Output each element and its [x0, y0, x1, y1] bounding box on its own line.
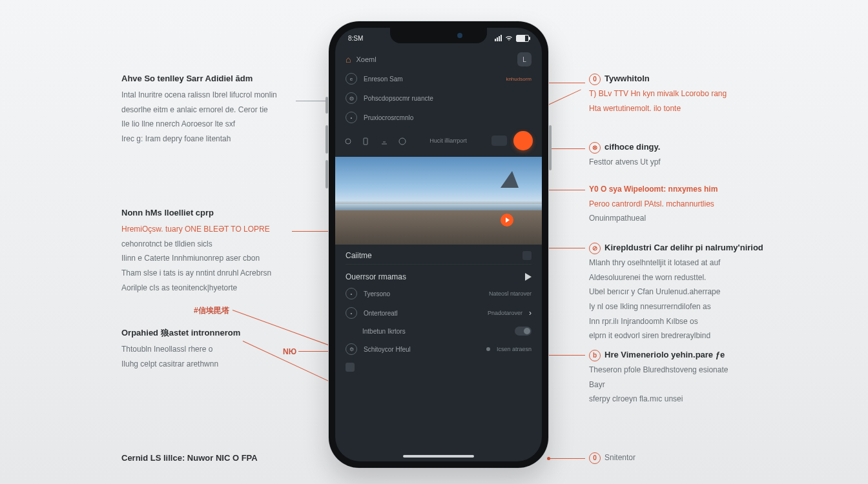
row-label: Enreson Sam — [364, 76, 499, 83]
anno-left-4-title: Cernid LS lillce: Nuwor NIC O FPA — [121, 452, 315, 465]
circle-icon: e — [346, 73, 357, 85]
badge-icon: ⊗ — [589, 142, 601, 154]
svg-point-2 — [399, 138, 406, 145]
row-label: Pohscdopsocmr ruancte — [364, 95, 532, 102]
anno-right-1-title: Tywwhitoln — [604, 74, 650, 83]
anno-left-3-title: Orpahied 狼astet intronnerom — [121, 327, 289, 339]
phone-bezel: 8:SM ⌂ Xoeml L — [329, 21, 548, 468]
section-title: Ouerrsor rmamas — [346, 272, 406, 281]
anno-right-4-title: Kirepldustri Car delihr pi nalrumy'nirio… — [604, 243, 763, 252]
phone-screen: 8:SM ⌂ Xoeml L — [335, 28, 542, 461]
badge-icon: ⊘ — [589, 243, 601, 254]
list-meta: Nateosl ntarover — [489, 290, 532, 297]
tool-icon[interactable] — [398, 137, 405, 144]
square-icon — [346, 363, 355, 372]
toggle-switch[interactable] — [515, 327, 532, 336]
anno-left-2-l1: cehonrotnct be tlldien sicls — [121, 238, 289, 250]
tool-chip[interactable] — [491, 136, 507, 146]
list-item[interactable]: • Tyersono Nateosl ntarover — [346, 284, 532, 303]
anno-right-1-l2: Hta wertutinemolt. ilo tonte — [589, 103, 757, 115]
anno-right-5: bHre Vimeneriolo yehin.pare ƒe Theseron … — [589, 348, 757, 408]
bullet-icon: • — [346, 288, 357, 299]
play-icon[interactable] — [525, 273, 532, 281]
power-button[interactable] — [549, 125, 552, 170]
avatar[interactable]: L — [517, 52, 532, 66]
anno-right-5-l3: sferpy clroeyn fla.mıc unsei — [589, 393, 757, 405]
tool-label: Hucit illiarrport — [429, 137, 467, 144]
badge-text: Y0 — [589, 185, 599, 194]
settings-list: • Tyersono Nateosl ntarover • Ontertorea… — [335, 284, 542, 376]
anno-left-3-tag: NЮ — [283, 347, 296, 356]
anno-left-2-l3: Tham slse i tats is ay nntint dnruhl Acr… — [121, 267, 289, 279]
svg-rect-1 — [364, 138, 367, 145]
volume-down-button[interactable] — [326, 160, 328, 188]
volume-up-button[interactable] — [326, 125, 328, 154]
anno-right-2-title: cifhoce dingy. — [604, 142, 660, 152]
anno-left-1-l2: desorlhe eitm e anlaic ernorel de. Ceror… — [121, 104, 289, 116]
hero-media[interactable] — [335, 157, 542, 245]
list-label: Ontertoreatl — [364, 310, 481, 317]
leader-r6 — [549, 458, 585, 459]
anno-right-4-l3: Ubel berıcır y Cfan Urulenud.aherrape — [589, 286, 783, 298]
battery-icon — [516, 35, 529, 42]
anno-left-4: Cernid LS lillce: Nuwor NIC O FPA — [121, 452, 315, 469]
record-button[interactable] — [513, 131, 533, 150]
row-item[interactable]: • Pruxiocrosrcmnlo — [346, 108, 532, 127]
anno-left-3-l1: Thtoubln Ineollassl rhere o — [121, 343, 289, 356]
anno-left-2-l2: Ilinn e Caterte Innhmiunonrep aser cbon — [121, 252, 289, 265]
section-action-icon[interactable] — [522, 251, 532, 260]
status-bar: 8:SM — [335, 32, 542, 45]
list-item[interactable]: • Ontertoreatl Pnadotarover › — [346, 303, 532, 323]
list-item[interactable]: Intbetun Ikrtors — [346, 323, 532, 339]
list-item[interactable]: ⚙ Schitoycor Hfeul Icsen atraesn — [346, 339, 532, 359]
list-item[interactable] — [346, 359, 532, 376]
row-item[interactable]: ◍ Pohscdopsocmr ruancte — [346, 88, 532, 108]
anno-left-2-title: Nonn hMs lloelliet cprp — [121, 207, 289, 219]
anno-right-4-l4: Iy nl ose Ikling nnesurrerndilofen as — [589, 301, 783, 313]
badge-icon: 0 — [589, 452, 601, 464]
anno-left-2-l4: Aorilple cIs as teonitenck|hyetorte — [121, 282, 289, 294]
wifi-icon — [505, 35, 513, 41]
list-meta: Pnadotarover — [488, 310, 522, 316]
phone-frame: 8:SM ⌂ Xoeml L — [328, 21, 549, 469]
anno-right-6: 0Snitentor — [589, 452, 757, 467]
anno-right-3-l1: Peroo cantrordl PAtsl. mchannurtlies — [589, 198, 776, 210]
mute-switch[interactable] — [326, 97, 328, 114]
anno-right-4: ⊘Kirepldustri Car delihr pi nalrumy'niri… — [589, 241, 783, 345]
list-meta: Icsen atraesn — [497, 346, 532, 352]
chevron-right-icon: › — [529, 308, 532, 318]
anno-right-3-title: O sya Wipeloomt: nnxymes him — [601, 185, 718, 194]
row-item[interactable]: e Enreson Sam knhudsorm — [346, 69, 532, 88]
anno-right-2-l1: Festtor atvens Ut ypf — [589, 156, 757, 168]
anno-right-1-l1: T) BLv TTV Hn kyn mivalk Lcorobo rang — [589, 88, 757, 100]
anno-left-3-l2: Iluhg celpt casitrar arethwnn — [121, 358, 289, 370]
anno-right-5-l1: Theseron pfole Bluredhstoveng esionate — [589, 364, 757, 376]
tool-icon[interactable] — [380, 137, 387, 144]
row-meta: knhudsorm — [506, 76, 532, 82]
anno-right-3-l2: Onuinmpathueal — [589, 212, 776, 225]
anno-left-1-l4: Irec g: Iram depry foane litentah — [121, 133, 289, 145]
anno-left-1-l3: Ile lio llne nnerch Aoroesor lte sxf — [121, 118, 289, 130]
list-label: Intbetun Ikrtors — [362, 328, 508, 335]
play-button[interactable] — [501, 214, 513, 227]
badge-icon: b — [589, 350, 601, 361]
tool-icon[interactable] — [344, 137, 351, 144]
divider — [346, 264, 532, 265]
section-title: Caiitme — [346, 251, 372, 260]
bullet-icon: • — [346, 307, 357, 319]
home-icon[interactable]: ⌂ — [346, 54, 351, 65]
anno-right-4-l2: Aldesoluurenei the worn redusttel. — [589, 272, 783, 284]
tool-icon[interactable] — [362, 137, 369, 144]
home-indicator[interactable] — [403, 455, 474, 458]
signal-icon — [495, 35, 502, 41]
anno-left-1: Ahve So tenlley Sarr Adidiel ādm Intal I… — [121, 72, 289, 148]
status-time: 8:SM — [348, 35, 363, 42]
svg-point-0 — [346, 139, 351, 144]
header-rows: e Enreson Sam knhudsorm ◍ Pohscdopsocmr … — [335, 69, 542, 127]
anno-left-1-l1: Intal Inuritre ocena ralissn Ibrel lifuc… — [121, 89, 289, 101]
globe-icon: ◍ — [346, 92, 357, 104]
section-header: Caiitme — [335, 245, 542, 263]
anno-right-1: 0Tywwhitoln T) BLv TTV Hn kyn mivalk Lco… — [589, 72, 757, 117]
anno-left-2-hl: HremiOçsw. tuary ONE BLEƏT TO LOPRE — [121, 223, 289, 236]
anno-left-3: Orpahied 狼astet intronnerom Thtoubln Ine… — [121, 327, 289, 372]
